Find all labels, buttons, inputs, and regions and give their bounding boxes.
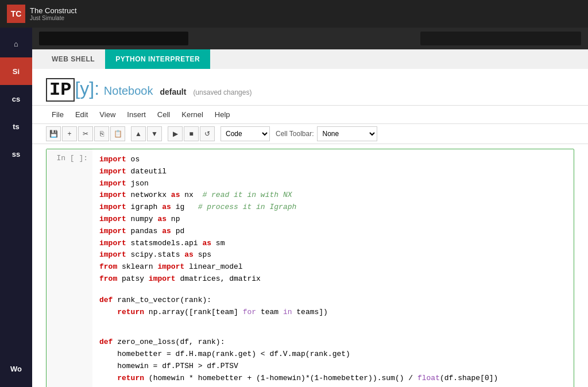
tab-web-shell[interactable]: WEB SHELL [41, 49, 105, 69]
cell-content[interactable]: import os import dateutil import json im… [92, 149, 574, 387]
app-title: The Construct [30, 6, 77, 16]
menu-kernel[interactable]: Kernel [176, 108, 209, 121]
notebook-word: Notebook [104, 84, 153, 97]
save-button[interactable]: 💾 [46, 126, 61, 141]
copy-button[interactable]: ⎘ [94, 126, 109, 141]
sidebar-item-ts[interactable]: ts [0, 113, 32, 140]
menu-help[interactable]: Help [209, 108, 236, 121]
app-subtitle: Just Simulate [30, 15, 77, 21]
jupyter-menu: File Edit View Insert Cell Kernel Help [32, 105, 588, 124]
sidebar-item-ss[interactable]: ss [0, 140, 32, 168]
cell-toolbar-select[interactable]: None Edit Metadata [317, 126, 377, 141]
run-button[interactable]: ▶ [168, 126, 183, 141]
notebook-bracket: [y]: [75, 78, 99, 99]
paste-button[interactable]: 📋 [110, 126, 125, 141]
menu-insert[interactable]: Insert [121, 108, 152, 121]
notebook-ip: IP [46, 78, 75, 102]
cell-container: In [ ]: import os import dateutil import… [32, 144, 588, 387]
sidebar-label-cs: cs [12, 95, 20, 103]
tabs-row: WEB SHELL PYTHON INTERPRETER [32, 49, 588, 69]
notebook-status: (unsaved changes) [193, 88, 252, 96]
sidebar-item-si[interactable]: Si [0, 57, 32, 85]
stop-button[interactable]: ■ [184, 126, 199, 141]
cell-wrapper: In [ ]: import os import dateutil import… [46, 149, 574, 387]
main-layout: ⌂ Si cs ts ss Wo WEB SHELL PYTHON INTERP… [0, 28, 588, 387]
top-strip-right [420, 32, 581, 45]
search-bar [39, 32, 188, 45]
top-bar: TC The Construct Just Simulate [0, 0, 588, 28]
sidebar: ⌂ Si cs ts ss Wo [0, 28, 32, 387]
sidebar-label-wo: Wo [10, 365, 22, 373]
logo-text: The Construct Just Simulate [30, 6, 77, 22]
top-strip [32, 28, 588, 49]
notebook-title: IP[y]: Notebook [46, 78, 153, 100]
sidebar-label-ts: ts [13, 122, 20, 131]
move-down-button[interactable]: ▼ [147, 126, 162, 141]
jupyter-toolbar: 💾 + ✂ ⎘ 📋 ▲ ▼ ▶ ■ ↺ Code Markdown Raw Ce… [32, 124, 588, 144]
menu-edit[interactable]: Edit [69, 108, 94, 121]
sidebar-label-si: Si [13, 67, 20, 76]
sidebar-label-ss: ss [12, 150, 20, 158]
content-area: WEB SHELL PYTHON INTERPRETER IP[y]: Note… [32, 28, 588, 387]
menu-cell[interactable]: Cell [152, 108, 176, 121]
add-cell-button[interactable]: + [62, 126, 77, 141]
notebook-header: IP[y]: Notebook default (unsaved changes… [32, 69, 588, 105]
cell-type-select[interactable]: Code Markdown Raw [220, 126, 270, 141]
logo-icon: TC [7, 5, 25, 23]
sidebar-item-cs[interactable]: cs [0, 85, 32, 113]
tab-python-interpreter[interactable]: PYTHON INTERPRETER [105, 49, 210, 69]
restart-button[interactable]: ↺ [200, 126, 215, 141]
cell-prompt: In [ ]: [47, 149, 92, 387]
notebook-name: default [160, 87, 186, 96]
cut-button[interactable]: ✂ [78, 126, 93, 141]
menu-view[interactable]: View [94, 108, 121, 121]
home-icon: ⌂ [14, 40, 18, 48]
sidebar-item-home[interactable]: ⌂ [0, 30, 32, 57]
move-up-button[interactable]: ▲ [131, 126, 146, 141]
notebook-area[interactable]: IP[y]: Notebook default (unsaved changes… [32, 69, 588, 387]
cell-toolbar-label: Cell Toolbar: [276, 130, 314, 138]
logo-area: TC The Construct Just Simulate [7, 5, 77, 23]
menu-file[interactable]: File [46, 108, 69, 121]
sidebar-item-wo[interactable]: Wo [0, 355, 32, 382]
